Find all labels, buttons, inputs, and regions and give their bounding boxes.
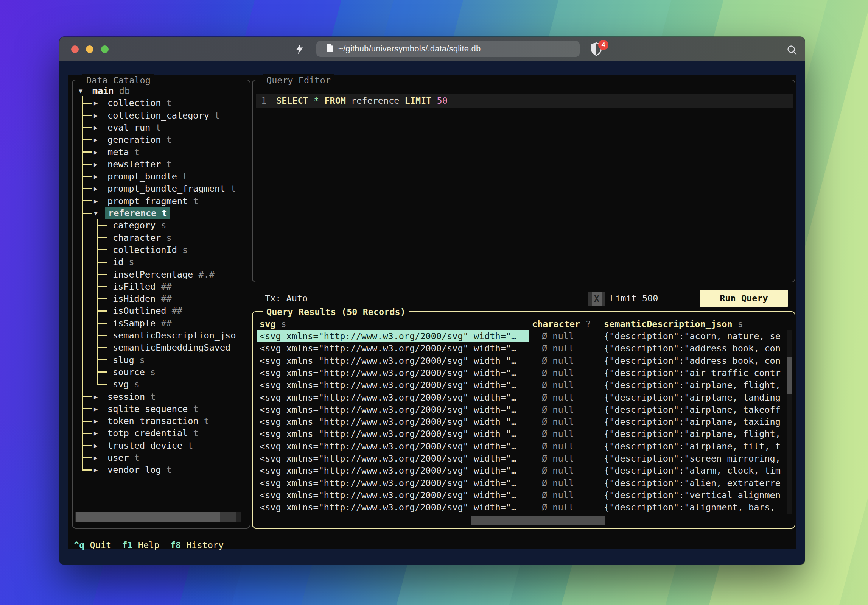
table-row[interactable]: <svg xmlns="http://www.w3.org/2000/svg" … [253,428,795,440]
expand-arrow-icon[interactable]: ▶ [94,415,98,427]
close-window-button[interactable] [71,45,79,53]
catalog-table-row[interactable]: ▶prompt_bundle t [73,170,250,182]
description-cell[interactable]: {"description":"alignment, bars, [604,501,788,513]
table-row[interactable]: <svg xmlns="http://www.w3.org/2000/svg" … [253,416,795,428]
expand-arrow-icon[interactable]: ▶ [94,452,98,464]
description-cell[interactable]: {"description":"air traffic contr [604,367,788,379]
description-cell[interactable]: {"description":"airplane, tilt, t [604,440,788,452]
collapse-arrow-icon[interactable]: ▼ [94,207,98,219]
sql-statement[interactable]: SELECT * FROM reference LIMIT 50 [276,94,448,108]
catalog-database-row[interactable]: ▼main db [73,85,250,97]
table-row[interactable]: <svg xmlns="http://www.w3.org/2000/svg" … [253,501,795,513]
transaction-mode[interactable]: Tx: Auto [265,292,308,305]
footer-label[interactable]: Help [133,540,170,550]
character-cell[interactable]: Ø null [542,489,574,501]
catalog-table-row[interactable]: ▶eval_run t [73,122,250,134]
expand-arrow-icon[interactable]: ▶ [94,109,98,122]
description-cell[interactable]: {"description":"address book, con [604,342,788,354]
svg-cell[interactable]: <svg xmlns="http://www.w3.org/2000/svg" … [257,355,529,367]
catalog-table-row[interactable]: ▶vendor_log t [73,464,250,476]
expand-arrow-icon[interactable]: ▶ [94,122,98,134]
expand-arrow-icon[interactable]: ▶ [94,391,98,403]
results-hscrollbar[interactable] [471,516,605,525]
limit-label[interactable]: Limit 500 [610,292,658,305]
description-cell[interactable]: {"description":"airplane, flight, [604,428,788,440]
svg-cell[interactable]: <svg xmlns="http://www.w3.org/2000/svg" … [257,428,529,440]
limit-checkbox[interactable]: X [588,292,605,306]
character-cell[interactable]: Ø null [542,342,574,354]
footer-key[interactable]: f1 [122,540,132,550]
catalog-table-row[interactable]: ▶newsletter t [73,158,250,170]
svg-cell[interactable]: <svg xmlns="http://www.w3.org/2000/svg" … [257,489,529,501]
description-cell[interactable]: {"description":"airplane, takeoff [604,404,788,416]
catalog-table-row[interactable]: ▼reference t [73,207,250,219]
expand-arrow-icon[interactable]: ▶ [94,158,98,170]
expand-arrow-icon[interactable]: ▶ [94,134,98,146]
character-cell[interactable]: Ø null [542,404,574,416]
catalog-table-row[interactable]: ▶sqlite_sequence t [73,403,250,415]
character-cell[interactable]: Ø null [542,355,574,367]
expand-arrow-icon[interactable]: ▶ [94,182,98,195]
character-cell[interactable]: Ø null [542,501,574,513]
svg-cell[interactable]: <svg xmlns="http://www.w3.org/2000/svg" … [257,379,529,391]
table-row[interactable]: <svg xmlns="http://www.w3.org/2000/svg" … [253,452,795,465]
table-row[interactable]: <svg xmlns="http://www.w3.org/2000/svg" … [253,465,795,477]
table-row[interactable]: <svg xmlns="http://www.w3.org/2000/svg" … [253,440,795,452]
character-cell[interactable]: Ø null [542,391,574,404]
description-cell[interactable]: {"description":"airplane, landing [604,391,788,404]
character-cell[interactable]: Ø null [542,330,574,342]
character-cell[interactable]: Ø null [542,367,574,379]
catalog-table-row[interactable]: ▶user t [73,452,250,464]
minimize-window-button[interactable] [86,45,93,53]
footer-key[interactable]: ^q [74,540,84,550]
expand-arrow-icon[interactable]: ▶ [94,97,98,109]
zoom-window-button[interactable] [101,45,109,53]
svg-cell[interactable]: <svg xmlns="http://www.w3.org/2000/svg" … [257,330,529,342]
expand-arrow-icon[interactable]: ▶ [94,464,98,476]
description-cell[interactable]: {"description":"vertical alignmen [604,489,788,501]
character-cell[interactable]: Ø null [542,477,574,489]
search-icon[interactable] [787,45,797,55]
expand-arrow-icon[interactable]: ▶ [94,440,98,452]
character-cell[interactable]: Ø null [542,452,574,465]
character-cell[interactable]: Ø null [542,379,574,391]
collapse-arrow-icon[interactable]: ▼ [79,85,82,97]
svg-cell[interactable]: <svg xmlns="http://www.w3.org/2000/svg" … [257,416,529,428]
table-row[interactable]: <svg xmlns="http://www.w3.org/2000/svg" … [253,477,795,489]
svg-cell[interactable]: <svg xmlns="http://www.w3.org/2000/svg" … [257,404,529,416]
expand-arrow-icon[interactable]: ▶ [94,427,98,439]
svg-cell[interactable]: <svg xmlns="http://www.w3.org/2000/svg" … [257,452,529,465]
catalog-table-row[interactable]: ▶prompt_bundle_fragment t [73,182,250,195]
description-cell[interactable]: {"description":"alien, extraterre [604,477,788,489]
svg-cell[interactable]: <svg xmlns="http://www.w3.org/2000/svg" … [257,440,529,452]
svg-cell[interactable]: <svg xmlns="http://www.w3.org/2000/svg" … [257,477,529,489]
expand-arrow-icon[interactable]: ▶ [94,195,98,207]
catalog-hscrollbar[interactable] [75,512,241,522]
table-row[interactable]: <svg xmlns="http://www.w3.org/2000/svg" … [253,379,795,391]
editor-active-line[interactable]: 1 SELECT * FROM reference LIMIT 50 [256,94,793,108]
catalog-table-row[interactable]: ▶totp_credential t [73,427,250,439]
table-row[interactable]: <svg xmlns="http://www.w3.org/2000/svg" … [253,489,795,501]
run-query-button[interactable]: Run Query [700,290,788,307]
description-cell[interactable]: {"description":"acorn, nature, se [604,330,788,342]
description-cell[interactable]: {"description":"screen mirroring, [604,452,788,465]
table-row[interactable]: <svg xmlns="http://www.w3.org/2000/svg" … [253,342,795,354]
expand-arrow-icon[interactable]: ▶ [94,146,98,158]
catalog-table-row[interactable]: ▶collection_category t [73,109,250,122]
character-cell[interactable]: Ø null [542,440,574,452]
table-row[interactable]: <svg xmlns="http://www.w3.org/2000/svg" … [253,355,795,367]
table-row[interactable]: <svg xmlns="http://www.w3.org/2000/svg" … [253,404,795,416]
catalog-table-row[interactable]: ▶generation t [73,134,250,146]
svg-cell[interactable]: <svg xmlns="http://www.w3.org/2000/svg" … [257,342,529,354]
description-cell[interactable]: {"description":"alarm, clock, tim [604,465,788,477]
svg-cell[interactable]: <svg xmlns="http://www.w3.org/2000/svg" … [257,465,529,477]
expand-arrow-icon[interactable]: ▶ [94,170,98,182]
footer-label[interactable]: History [181,540,224,550]
footer-label[interactable]: Quit [84,540,122,550]
catalog-table-row[interactable]: ▶token_transaction t [73,415,250,427]
catalog-table-row[interactable]: ▶meta t [73,146,250,158]
table-row[interactable]: <svg xmlns="http://www.w3.org/2000/svg" … [253,391,795,404]
catalog-table-row[interactable]: ▶prompt_fragment t [73,195,250,207]
svg-cell[interactable]: <svg xmlns="http://www.w3.org/2000/svg" … [257,367,529,379]
expand-arrow-icon[interactable]: ▶ [94,403,98,415]
